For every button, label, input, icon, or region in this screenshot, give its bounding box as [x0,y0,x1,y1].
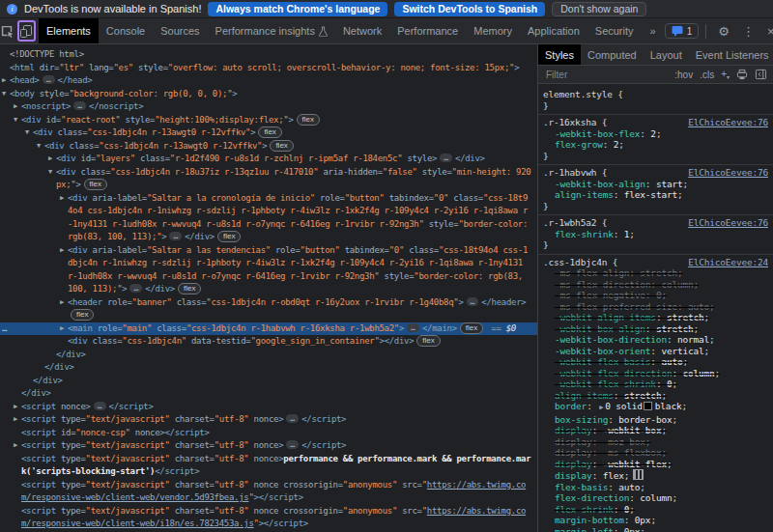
css-property[interactable]: flex-basis: auto; [543,482,768,493]
color-swatch[interactable] [644,402,652,410]
dom-tree-row[interactable]: <script type="text/javascript" charset="… [0,505,537,531]
flex-badge[interactable]: flex [178,283,201,294]
expand-ellipsis-button[interactable]: … [407,323,419,332]
issues-counter[interactable]: 1 [665,23,700,39]
sidebar-tab-layout[interactable]: Layout [644,44,689,65]
sidebar-tab-event-listeners[interactable]: Event Listeners [689,44,773,65]
device-toolbar-toggle[interactable] [17,20,36,42]
css-property[interactable]: -webkit-align-items: stretch; [543,312,768,323]
css-property[interactable]: border: ▶0 solidblack; [543,401,768,414]
css-property[interactable]: display: -ms-flexbox; [543,447,768,459]
css-property[interactable]: -ms-flex-direction: column; [543,279,768,291]
dom-tree-row[interactable]: ▶<div id="layers" class="r-1d2f490 r-u8s… [0,153,537,166]
css-property[interactable]: -webkit-flex-basis: auto; [543,356,768,368]
css-property[interactable]: flex-grow: 2; [543,139,768,151]
collapse-arrow-icon[interactable]: ▼ [22,126,32,140]
dom-tree-row[interactable]: </div> [0,361,537,375]
css-property[interactable]: -webkit-box-orient: vertical; [543,346,768,357]
css-property[interactable]: -webkit-flex-shrink: 0; [543,378,768,390]
dom-tree-row[interactable]: ▶<script type="text/javascript" charset=… [0,439,537,453]
css-property[interactable]: -webkit-flex-direction: column; [543,368,768,379]
dom-tree-row[interactable]: ▶<noscript>…</noscript> [0,100,537,114]
css-property[interactable]: -ms-flex-preferred-size: auto; [543,301,768,313]
dom-tree-row[interactable]: </div> [0,375,537,388]
expand-arrow-icon[interactable]: ▶ [11,100,20,114]
expand-ellipsis-button[interactable]: … [94,402,106,410]
css-property[interactable]: align-items: flex-start; [543,189,768,201]
expand-arrow-icon[interactable]: ▶ [45,153,55,166]
expand-arrow-icon[interactable]: ▶ [57,322,67,336]
dom-tree-row[interactable]: ▼<div id="react-root" style="height:100%… [0,114,537,127]
collapse-arrow-icon[interactable]: ▼ [0,88,9,101]
css-property[interactable]: -webkit-box-direction: normal; [543,334,768,346]
collapse-arrow-icon[interactable]: ▼ [34,140,43,154]
collapse-arrow-icon[interactable]: ▼ [45,166,55,180]
sidebar-tab-computed[interactable]: Computed [581,44,644,65]
dom-tree-row[interactable]: <script type="text/javascript" charset="… [0,453,537,479]
flex-badge[interactable]: flex [460,322,483,334]
expand-ellipsis-button[interactable]: … [440,154,452,162]
dom-tree-row[interactable]: …▶<main role="main" class="css-1dbjc4n r… [0,322,537,336]
css-property[interactable]: margin-left: 0px; [543,526,768,532]
dom-tree-row[interactable]: ▶<head>…</head> [0,74,537,88]
sidebar-toggle-icon[interactable] [755,69,767,80]
dont-show-again-button[interactable]: Don't show again [552,2,646,16]
expand-ellipsis-button[interactable]: … [467,297,479,306]
dom-tree-row[interactable]: <html dir="ltr" lang="es" style="overflo… [0,62,537,75]
expand-arrow-icon[interactable]: ▶ [57,296,67,310]
dom-tree-row[interactable]: ▼<div class="css-1dbjc4n r-13awgt0 r-12v… [0,140,537,154]
tab-sources[interactable]: Sources [153,18,207,43]
css-property[interactable]: align-items: stretch; [543,390,768,402]
more-tabs-button[interactable]: » [642,18,665,43]
css-property[interactable]: -webkit-box-align: stretch; [543,323,768,335]
dom-tree-row[interactable]: ▶<div aria-label="Saltar a la cronología… [0,192,537,244]
tab-console[interactable]: Console [99,18,153,43]
flex-badge[interactable]: flex [270,140,293,152]
dom-tree-row[interactable]: ▼<body style="background-color: rgb(0, 0… [0,88,537,101]
stylesheet-link[interactable]: ElChicoEevee:76 [688,167,768,179]
tab-network[interactable]: Network [335,18,389,43]
switch-devtools-spanish-button[interactable]: Switch DevTools to Spanish [394,2,545,16]
css-selector[interactable]: element.style [543,89,613,100]
stylesheet-link[interactable]: ElChicoEevee:76 [688,117,768,128]
dom-tree-row[interactable]: ▶<div aria-label="Saltar a las tendencia… [0,244,537,296]
dom-tree-row[interactable]: ▶<script nonce>…</script> [0,401,537,414]
expand-arrow-icon[interactable]: ▶ [11,401,20,414]
css-property[interactable]: flex-shrink: 0; [543,504,768,516]
dom-tree-row[interactable]: <script type="text/javascript" charset="… [0,479,537,505]
close-devtools-button[interactable]: × [762,24,773,39]
expand-arrow-icon[interactable]: ▶ [11,413,20,427]
css-property[interactable]: box-sizing: border-box; [543,414,768,426]
css-property[interactable]: flex-direction: column; [543,492,768,504]
dom-tree-row[interactable]: <!DOCTYPE html> [0,48,537,62]
expand-ellipsis-button[interactable]: … [169,232,182,240]
pseudo-state-toggle[interactable]: :hov [674,70,693,80]
css-selector[interactable]: .r-1habvwh [543,167,596,179]
new-style-rule-button[interactable]: +▾ [721,69,730,80]
css-property[interactable]: -ms-flex-negative: 0; [543,290,768,301]
expand-ellipsis-button[interactable]: … [286,440,299,449]
always-match-language-button[interactable]: Always match Chrome's language [208,2,387,16]
dom-tree-row[interactable]: <script id="nonce-csp" nonce></script> [0,427,537,440]
flex-editor-icon[interactable] [633,469,644,480]
expand-arrow-icon[interactable]: ▶ [57,192,67,206]
flex-badge[interactable]: flex [71,309,94,321]
dom-tree-row[interactable]: </div> [0,349,537,362]
kebab-menu-button[interactable]: ⋮ [737,24,759,39]
expand-arrow-icon[interactable]: ▶ [0,74,9,88]
tab-performance[interactable]: Performance [389,18,466,43]
css-property[interactable]: -webkit-box-align: start; [543,179,768,190]
css-property[interactable]: display: -webkit-box; [543,425,768,436]
expand-ellipsis-button[interactable]: … [73,101,86,110]
expand-arrow-icon[interactable]: ▶ [599,404,603,411]
dom-tree-row[interactable]: ▶<script type="text/javascript" charset=… [0,413,537,427]
tab-application[interactable]: Application [520,18,587,43]
dom-tree-row[interactable]: ▼<div class="css-1dbjc4n r-18u37iz r-13q… [0,166,537,192]
expand-arrow-icon[interactable]: ▶ [57,244,67,258]
tab-security[interactable]: Security [587,18,642,43]
element-classes-toggle[interactable]: .cls [700,70,714,80]
tab-memory[interactable]: Memory [466,18,520,43]
dom-tree-row[interactable]: <div class="css-1dbjc4n" data-testid="go… [0,335,537,349]
tab-elements[interactable]: Elements [39,18,99,43]
flex-badge[interactable]: flex [217,231,241,242]
